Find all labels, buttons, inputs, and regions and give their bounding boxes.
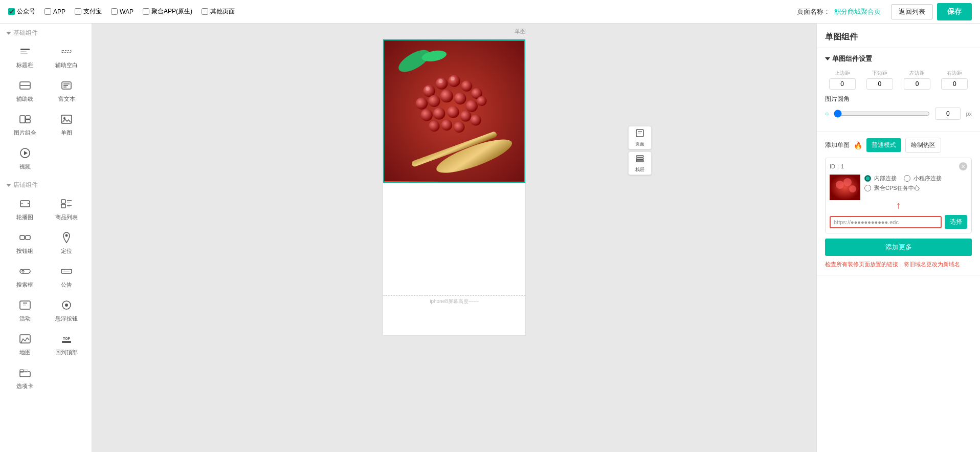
add-image-label: 添加单图 [825,141,850,149]
select-link-button[interactable]: 选择 [945,215,967,229]
sidebar-item-gonggao-label: 公告 [61,281,72,289]
svg-point-62 [470,115,481,126]
radio-inner-link[interactable]: 内部连接 小程序连接 [864,175,967,182]
checkbox-app[interactable]: APP [44,8,65,15]
close-image-button[interactable]: ✕ [959,162,967,170]
corner-slider[interactable] [834,110,930,118]
svg-point-60 [447,106,459,118]
svg-rect-11 [26,116,30,119]
map-icon [19,333,31,347]
svg-rect-21 [61,204,65,208]
sidebar-item-shangpinliebiao-label: 商品列表 [55,213,78,221]
margin-top-input[interactable] [829,78,856,90]
shop-components-title: 店铺组件 [0,176,92,192]
sidebar-item-dingwei[interactable]: 定位 [46,226,88,260]
sidebar-item-anjuzu[interactable]: 按钮组 [4,226,46,260]
topbar: 公众号 APP 支付宝 WAP 聚合APP(原生) 其他页面 页面名称： 积分商… [0,0,980,24]
float-page-button[interactable]: 页面 [628,126,652,149]
sidebar-item-xuanfuan[interactable]: 悬浮按钮 [46,294,88,328]
svg-rect-3 [62,51,71,53]
sidebar-item-xuanxiangka[interactable]: 选项卡 [4,361,46,395]
float-buttons: 页面 栈层 [628,126,652,175]
sidebar-item-shangpinliebiao[interactable]: 商品列表 [46,192,88,226]
back-to-top-icon: TOP [60,333,73,347]
svg-rect-10 [20,116,25,123]
phone-image-block[interactable] [383,39,525,183]
sidebar-item-sosuokuang-label: 搜索框 [16,281,33,289]
px-label: px [966,111,972,117]
return-button[interactable]: 返回列表 [891,4,933,19]
checkbox-alipay[interactable]: 支付宝 [75,7,102,16]
corner-input[interactable] [935,107,961,120]
sidebar-item-fuzhuxian[interactable]: 辅助线 [4,74,46,108]
checkbox-wap[interactable]: WAP [111,8,133,15]
float-layer-button[interactable]: 栈层 [628,152,652,175]
sidebar-item-ditupian[interactable]: 地图 [4,328,46,361]
topbar-center: 页面名称： 积分商城聚合页 [797,7,881,16]
sidebar-item-fuzhuxian-label: 辅助线 [16,95,33,103]
checkbox-juhe[interactable]: 聚合APP(原生) [143,7,192,16]
svg-point-26 [65,234,68,237]
sidebar-item-tupianzu[interactable]: 图片组合 [4,108,46,142]
link-input-row: 选择 [830,215,967,229]
sidebar: 基础组件 标题栏 辅助空白 辅助线 [0,24,92,452]
button-group-icon [19,231,31,245]
radio-cps[interactable]: 聚合CPS任务中心 [864,184,967,192]
page-icon [635,128,644,140]
phone-image[interactable] [383,39,525,183]
float-layer-label: 栈层 [635,166,644,173]
svg-marker-16 [24,151,28,155]
svg-point-52 [416,98,428,110]
svg-point-58 [420,109,432,121]
margin-right-input[interactable] [941,78,968,90]
sidebar-item-gonggao[interactable]: 公告 [46,260,88,294]
normal-mode-button[interactable]: 普通模式 [866,138,901,152]
sidebar-item-anjuzu-label: 按钮组 [16,247,33,255]
sidebar-item-fuzhukongbai[interactable]: 辅助空白 [46,40,88,74]
float-button-icon [60,299,73,313]
sidebar-item-dantupian-label: 单图 [61,129,72,137]
svg-point-63 [429,121,440,132]
carousel-icon [19,198,31,211]
panel-settings-section: 单图组件设置 上边距 下边距 左边距 右边距 [817,48,980,132]
divider-icon [19,79,31,93]
svg-point-53 [428,95,440,107]
single-image-icon [60,113,73,127]
svg-point-54 [440,90,453,102]
checkbox-gzh[interactable]: 公众号 [8,7,35,16]
svg-point-67 [439,79,443,83]
iphone-screen-label: iphone8屏幕高度------ [383,295,525,307]
svg-point-50 [461,80,473,92]
svg-rect-72 [636,160,643,162]
sidebar-item-fuwenben[interactable]: 富文本 [46,74,88,108]
sidebar-item-lunbotu[interactable]: 轮播图 [4,192,46,226]
notice-icon [60,265,73,279]
margin-fields: 上边距 下边距 左边距 右边距 [825,70,972,90]
margin-left-group: 左边距 [900,70,934,90]
sidebar-item-lunbotu-label: 轮播图 [16,213,33,221]
margin-bottom-label: 下边距 [872,70,887,77]
sidebar-item-biaoticlan[interactable]: 标题栏 [4,40,46,74]
add-image-section: 添加单图 🔥 普通模式 绘制热区 ID：1 ✕ [817,132,980,275]
phone-preview[interactable]: iphone8屏幕高度------ [383,39,526,336]
svg-rect-18 [61,200,65,203]
save-button[interactable]: 保存 [937,3,972,20]
sidebar-item-sosuokuang[interactable]: 搜索框 [4,260,46,294]
draw-mode-button[interactable]: 绘制热区 [905,138,941,153]
sidebar-item-dantupian[interactable]: 单图 [46,108,88,142]
canvas-area: 单图 [92,24,816,452]
sidebar-item-huodong[interactable]: 活动 [4,294,46,328]
sidebar-item-shipin[interactable]: 视频 [4,142,46,176]
canvas-wrapper: 单图 [383,39,526,336]
margin-bottom-input[interactable] [866,78,893,90]
sidebar-item-huidingbu[interactable]: TOP 回到顶部 [46,328,88,361]
checkbox-other[interactable]: 其他页面 [202,7,235,16]
link-input[interactable] [830,216,942,228]
image-thumbnail[interactable] [830,175,860,200]
svg-rect-2 [20,53,28,54]
svg-point-78 [849,185,856,192]
tab-card-icon [19,367,31,380]
add-more-button[interactable]: 添加更多 [825,239,972,256]
margin-left-input[interactable] [904,78,930,90]
right-panel: 单图组件 单图组件设置 上边距 下边距 左边距 右边距 [816,24,980,452]
